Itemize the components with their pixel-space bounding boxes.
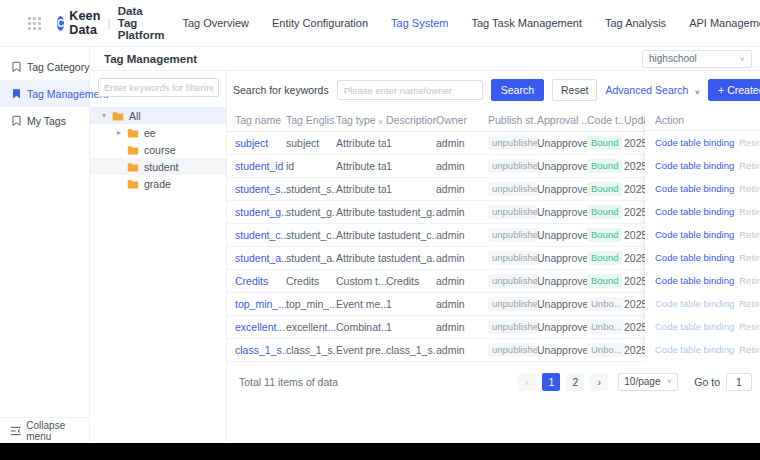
column-header-description: Description [386,109,436,131]
tag-name-link[interactable]: student_s... [235,183,286,195]
action-row: Code table bindingRetire··· [645,223,760,246]
sidebar-item-label: My Tags [27,115,66,127]
nav-item-tag-system[interactable]: Tag System [391,17,448,29]
tree-node-all[interactable]: ▾All [90,107,226,124]
sidebar-item-tag-category[interactable]: Tag Category [0,53,89,80]
folder-icon [112,111,124,121]
tag-table-panel: Search for keywords Search Reset Advance… [227,71,760,443]
nav-item-entity-configuration[interactable]: Entity Configuration [272,17,368,29]
chevron-down-icon: ∨ [666,378,672,385]
tag-category-icon [11,61,22,73]
action-row: Code table bindingRetire··· [645,338,760,361]
tag-name-link[interactable]: student_a... [235,252,286,264]
scope-select[interactable]: highschool ∨ [642,50,752,68]
owner-cell: admin [436,321,465,333]
retire-link[interactable]: Retire [739,252,760,263]
tag-name-link[interactable]: student_id [235,160,283,172]
retire-link[interactable]: Retire [739,321,760,332]
approval-status-cell: Unapproved [537,229,587,241]
tag-english-cell: subject [286,137,319,149]
code-table-binding-link[interactable]: Code table binding [655,137,734,148]
tree-node-label: ee [144,127,156,139]
approval-status-cell: Unapproved [537,321,587,333]
tag-type-cell: Attribute tag [336,160,386,172]
tag-name-link[interactable]: student_g... [235,206,286,218]
code-table-status-badge: Bound [587,205,622,219]
nav-item-api-management[interactable]: API Management [689,17,760,29]
chevron-down-icon[interactable]: ∨ [378,117,384,126]
code-table-binding-link[interactable]: Code table binding [655,252,734,263]
table-footer: Total 11 items of data ‹ 12 › 10/page ∨ … [227,362,760,391]
scope-select-value: highschool [649,53,697,64]
tree-node-label: grade [144,178,171,190]
retire-link[interactable]: Retire [739,137,760,148]
action-row: Code table bindingRetire··· [645,246,760,269]
plus-icon: + [718,84,724,96]
nav-item-tag-analysis[interactable]: Tag Analysis [605,17,666,29]
tag-name-link[interactable]: top_min_... [235,298,286,310]
tree-filter-input[interactable] [98,78,219,97]
publish-status-badge: unpublished [488,274,537,288]
pagination-page-1[interactable]: 1 [542,373,560,391]
retire-link[interactable]: Retire [739,298,760,309]
nav-item-tag-task-management[interactable]: Tag Task Management [471,17,581,29]
search-button[interactable]: Search [491,79,544,101]
column-header-owner: Owner [436,109,488,131]
publish-status-badge: unpublished [488,136,537,150]
collapse-menu-button[interactable]: Collapse menu [0,417,89,443]
column-header-label: Publish st... [488,114,537,126]
page-size-select[interactable]: 10/page ∨ [618,373,678,391]
tag-english-cell: student_a... [286,252,336,264]
reset-button[interactable]: Reset [552,79,597,101]
action-row: Code table bindingRetire··· [645,200,760,223]
code-table-binding-link[interactable]: Code table binding [655,275,734,286]
code-table-binding-link[interactable]: Code table binding [655,298,734,309]
keen-data-logo-icon: C [57,16,64,31]
tag-name-link[interactable]: Credits [235,275,268,287]
publish-status-badge: unpublished [488,205,537,219]
column-header-label: Approval ... [537,114,587,126]
code-table-status-badge: Bound [587,251,622,265]
retire-link[interactable]: Retire [739,206,760,217]
retire-link[interactable]: Retire [739,160,760,171]
code-table-binding-link[interactable]: Code table binding [655,160,734,171]
code-table-binding-link[interactable]: Code table binding [655,321,734,332]
goto-page-input[interactable] [726,373,752,391]
pagination-next-button[interactable]: › [590,373,608,391]
retire-link[interactable]: Retire [739,344,760,355]
publish-status-badge: unpublished [488,320,537,334]
tag-name-link[interactable]: excellent... [235,321,285,333]
code-table-binding-link[interactable]: Code table binding [655,206,734,217]
app-launcher-icon[interactable] [28,17,41,30]
tag-english-cell: student_g... [286,206,336,218]
chevron-down-icon: ∨ [694,88,700,95]
create-new-tag-button[interactable]: + Created new tag [708,79,760,101]
retire-link[interactable]: Retire [739,275,760,286]
search-input[interactable] [337,80,483,100]
tree-node-ee[interactable]: ▸ee [90,124,226,141]
sidebar-item-tag-management[interactable]: Tag Management [0,80,89,107]
tag-name-link[interactable]: class_1_s... [235,344,286,356]
sidebar-item-my-tags[interactable]: My Tags [0,107,89,134]
caret-down-icon[interactable]: ▾ [102,111,112,120]
retire-link[interactable]: Retire [739,229,760,240]
fixed-action-column: Action Code table bindingRetire···Code t… [645,109,760,362]
pagination-prev-button[interactable]: ‹ [518,373,536,391]
description-cell: 1 [386,321,392,333]
code-table-status-badge: Unbo... [587,320,624,334]
publish-status-badge: unpublished [488,228,537,242]
code-table-binding-link[interactable]: Code table binding [655,344,734,355]
tag-type-cell: Attribute tag [336,229,386,241]
code-table-binding-link[interactable]: Code table binding [655,183,734,194]
nav-item-tag-overview[interactable]: Tag Overview [182,17,249,29]
tag-name-link[interactable]: student_c... [235,229,286,241]
tree-node-course[interactable]: course [90,141,226,158]
tree-node-student[interactable]: student [90,158,226,175]
pagination-page-2[interactable]: 2 [566,373,584,391]
tree-node-grade[interactable]: grade [90,175,226,192]
tag-name-link[interactable]: subject [235,137,268,149]
caret-right-icon[interactable]: ▸ [117,128,127,137]
code-table-binding-link[interactable]: Code table binding [655,229,734,240]
retire-link[interactable]: Retire [739,183,760,194]
advanced-search-link[interactable]: Advanced Search ∨ [605,84,700,96]
